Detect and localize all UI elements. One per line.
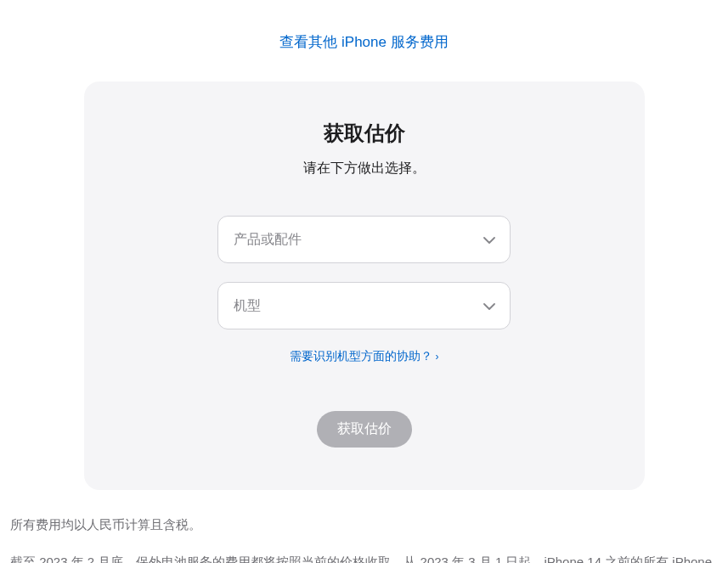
product-select-wrapper: 产品或配件 — [217, 216, 511, 263]
get-estimate-button[interactable]: 获取估价 — [317, 411, 412, 448]
help-link-wrapper: 需要识别机型方面的协助？› — [118, 348, 611, 364]
top-link-wrapper: 查看其他 iPhone 服务费用 — [0, 32, 728, 52]
model-select[interactable]: 机型 — [217, 282, 511, 329]
footnote-price-change-text-a: 截至 2023 年 2 月底，保外电池服务的费用都将按照当前的价格收取。从 20… — [10, 555, 712, 564]
footnote-tax: 所有费用均以人民币计算且含税。 — [10, 514, 720, 536]
footnote-price-change: 截至 2023 年 2 月底，保外电池服务的费用都将按照当前的价格收取。从 20… — [10, 551, 720, 564]
card-subtitle: 请在下方做出选择。 — [118, 160, 611, 177]
page-container: 查看其他 iPhone 服务费用 获取估价 请在下方做出选择。 产品或配件 机型… — [0, 0, 728, 563]
footnotes: 所有费用均以人民币计算且含税。 截至 2023 年 2 月底，保外电池服务的费用… — [10, 514, 720, 563]
other-services-link[interactable]: 查看其他 iPhone 服务费用 — [279, 34, 448, 50]
identify-model-help-link[interactable]: 需要识别机型方面的协助？› — [290, 349, 439, 363]
card-title: 获取估价 — [118, 120, 611, 147]
model-select-wrapper: 机型 — [217, 282, 511, 329]
estimate-card: 获取估价 请在下方做出选择。 产品或配件 机型 需要识别机型方面的协助？› 获取… — [84, 82, 645, 490]
help-link-label: 需要识别机型方面的协助？ — [290, 349, 432, 363]
product-select[interactable]: 产品或配件 — [217, 216, 511, 263]
chevron-right-icon: › — [436, 351, 439, 363]
